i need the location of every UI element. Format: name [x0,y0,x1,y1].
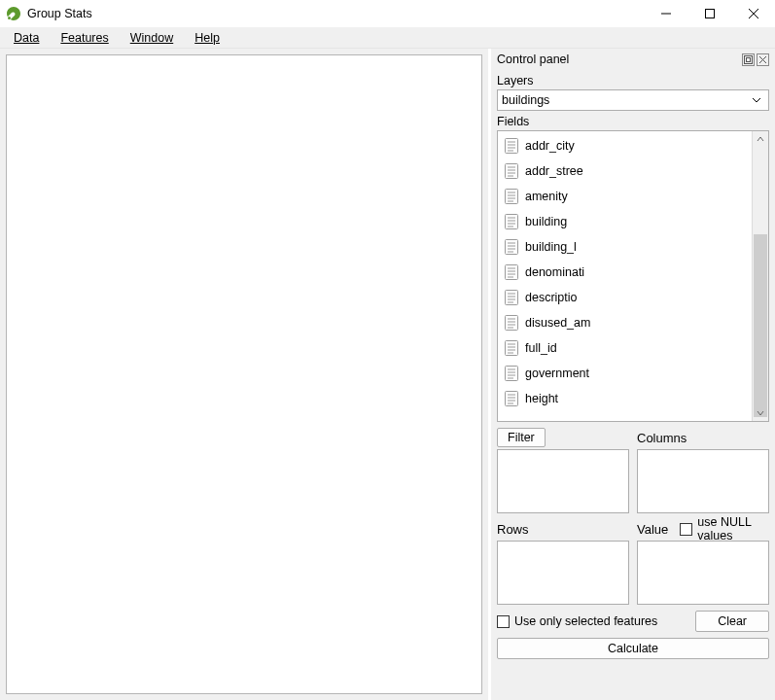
result-canvas [6,54,482,694]
layers-selected-value: buildings [502,93,749,107]
scroll-up-icon[interactable] [753,131,768,147]
field-icon [504,263,519,281]
field-row[interactable]: addr_stree [498,158,752,184]
fields-list-wrap: addr_cityaddr_streeamenitybuildingbuildi… [497,130,769,422]
filter-dropbox[interactable] [497,449,629,513]
use-null-checkbox-row[interactable]: use NULL values [680,515,769,542]
field-row[interactable]: denominati [498,260,752,285]
field-label: disused_am [525,316,590,330]
scroll-down-icon[interactable] [753,405,768,421]
right-pane: Control panel Layers buildings Fields ad… [491,49,775,700]
close-button[interactable] [731,0,775,27]
fields-scrollbar[interactable] [752,131,768,421]
field-row[interactable]: building_l [498,234,752,260]
maximize-button[interactable] [687,0,731,27]
field-row[interactable]: addr_city [498,133,752,158]
panel-title: Control panel [497,52,740,66]
field-label: addr_stree [525,164,583,178]
field-label: government [525,367,589,380]
field-icon [504,162,519,180]
panel-close-icon[interactable] [757,53,769,66]
only-selected-label: Use only selected features [514,614,657,628]
minimize-button[interactable] [644,0,687,27]
field-row[interactable]: height [498,386,752,411]
field-label: amenity [525,190,568,203]
field-icon [504,365,519,382]
field-icon [504,390,519,407]
panel-header: Control panel [497,49,769,70]
value-label: Value [637,522,668,537]
scroll-thumb[interactable] [754,234,767,417]
svg-rect-5 [745,55,753,63]
use-null-label: use NULL values [697,515,769,542]
panel-dock-icon[interactable] [742,53,755,66]
field-label: building_l [525,240,577,254]
only-selected-checkbox[interactable] [497,615,510,628]
field-icon [504,137,519,155]
titlebar: Group Stats [0,0,775,27]
value-dropbox[interactable] [637,541,769,605]
rows-dropbox[interactable] [497,541,629,605]
field-label: full_id [525,341,557,355]
calculate-button[interactable]: Calculate [497,638,769,659]
menubar: Data Features Window Help [0,27,775,49]
fields-list[interactable]: addr_cityaddr_streeamenitybuildingbuildi… [498,131,752,421]
svg-point-0 [8,17,11,19]
columns-label: Columns [637,431,687,445]
chevron-down-icon [749,97,764,103]
field-icon [504,314,519,332]
field-row[interactable]: full_id [498,335,752,361]
use-null-checkbox[interactable] [680,523,692,536]
filter-button[interactable]: Filter [497,428,546,447]
app-icon [6,6,21,21]
only-selected-row[interactable]: Use only selected features [497,614,657,628]
field-row[interactable]: government [498,361,752,386]
field-icon [504,188,519,205]
layers-label: Layers [497,74,769,88]
field-icon [504,289,519,306]
columns-dropbox[interactable] [637,449,769,513]
field-icon [504,213,519,230]
svg-rect-6 [747,57,751,61]
window-title: Group Stats [27,7,92,20]
fields-label: Fields [497,115,769,128]
field-row[interactable]: amenity [498,184,752,209]
menu-window[interactable]: Window [123,29,181,47]
window: Group Stats Data Features Window Help Co… [0,0,775,700]
field-label: addr_city [525,139,575,153]
rows-label: Rows [497,522,529,537]
field-label: height [525,392,558,405]
field-label: descriptio [525,291,578,304]
menu-features[interactable]: Features [53,29,116,47]
field-row[interactable]: disused_am [498,310,752,335]
clear-button[interactable]: Clear [695,611,769,632]
menu-data[interactable]: Data [6,29,47,47]
field-row[interactable]: building [498,209,752,234]
field-icon [504,339,519,357]
field-icon [504,238,519,256]
svg-rect-2 [705,10,714,18]
field-label: building [525,215,567,228]
field-label: denominati [525,265,584,279]
menu-help[interactable]: Help [187,29,228,47]
field-row[interactable]: descriptio [498,285,752,310]
layers-select[interactable]: buildings [497,89,769,111]
body: Control panel Layers buildings Fields ad… [0,49,775,700]
left-pane [0,49,488,700]
